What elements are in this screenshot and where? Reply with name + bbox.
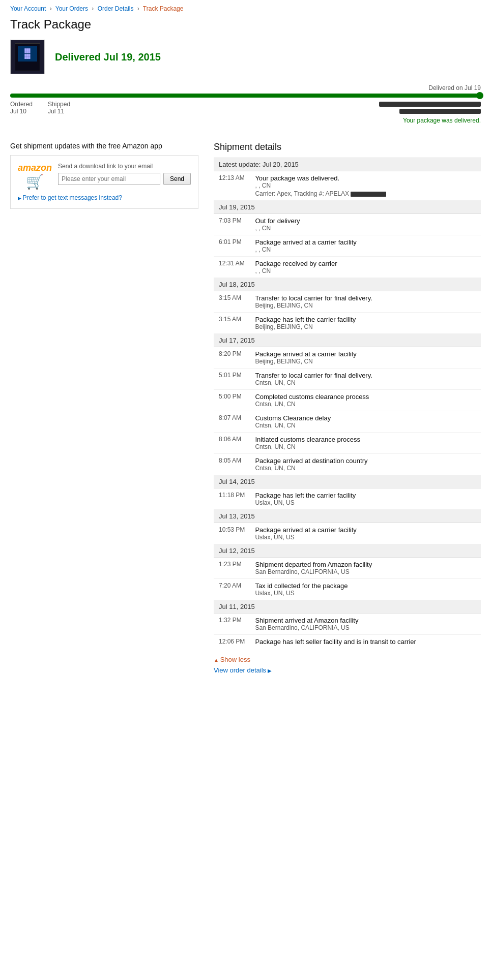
event-col: Initiated customs clearance processCntsn… (250, 433, 481, 454)
breadcrumb-sep-3: › (137, 5, 139, 12)
event-time: 8:20 PM (214, 347, 250, 369)
left-column: Get shipment updates with the free Amazo… (10, 142, 198, 209)
event-col: Package arrived at a carrier facilityBei… (250, 347, 481, 369)
event-description: Package arrived at a carrier facility (255, 526, 476, 534)
event-description: Tax id collected for the package (255, 582, 476, 590)
event-location: San Bernardino, CALIFORNIA, US (255, 568, 476, 575)
event-time: 5:01 PM (214, 369, 250, 390)
shipment-event-row: 5:01 PM Transfer to local carrier for fi… (214, 369, 481, 390)
event-location: , , CN (255, 182, 476, 189)
event-location: Beijing, BEIJING, CN (255, 358, 476, 365)
app-promo-title: Get shipment updates with the free Amazo… (10, 142, 198, 150)
event-time: 12:06 PM (214, 635, 250, 649)
event-description: Package has left seller facility and is … (255, 638, 476, 646)
event-col: Package has left seller facility and is … (250, 635, 481, 649)
shipment-event-row: 12:31 AM Package received by carrier, , … (214, 257, 481, 278)
event-location: Cntsn, UN, CN (255, 401, 476, 408)
event-location: , , CN (255, 246, 476, 253)
promo-send-label: Send a download link to your email (58, 163, 191, 170)
send-button[interactable]: Send (163, 173, 191, 185)
shipment-event-row: 8:20 PM Package arrived at a carrier fac… (214, 347, 481, 369)
shipment-event-row: 1:32 PM Shipment arrived at Amazon facil… (214, 614, 481, 635)
event-time: 6:01 PM (214, 235, 250, 257)
date-header-row: Latest update: Jul 20, 2015 (214, 158, 481, 171)
ordered-label: Ordered Jul 10 (10, 101, 33, 115)
email-input[interactable] (58, 173, 160, 185)
event-location: Uslax, UN, US (255, 499, 476, 506)
event-col: Customs Clearance delayCntsn, UN, CN (250, 411, 481, 433)
progress-label-right: Delivered on Jul 19 (10, 84, 481, 91)
amazon-cart-icon: 🛒 (26, 173, 44, 190)
shipment-event-row: 10:53 PM Package arrived at a carrier fa… (214, 523, 481, 544)
date-header-row: Jul 13, 2015 (214, 510, 481, 523)
date-header-row: Jul 14, 2015 (214, 475, 481, 488)
view-order-details-link[interactable]: View order details (214, 666, 481, 674)
date-header-cell: Jul 13, 2015 (214, 510, 481, 523)
redacted-tracking (351, 192, 386, 197)
event-col: Package received by carrier, , CN (250, 257, 481, 278)
event-description: Package has left the carrier facility (255, 316, 476, 323)
shipment-event-row: 6:01 PM Package arrived at a carrier fac… (214, 235, 481, 257)
event-col: Transfer to local carrier for final deli… (250, 291, 481, 313)
event-col: Package arrived at destination countryCn… (250, 454, 481, 475)
progress-bar-fill (10, 94, 481, 98)
event-description: Package arrived at a carrier facility (255, 350, 476, 358)
event-location: Cntsn, UN, CN (255, 443, 476, 450)
date-header-cell: Jul 12, 2015 (214, 544, 481, 558)
date-header-cell: Jul 19, 2015 (214, 201, 481, 214)
progress-bar-container (10, 94, 481, 98)
breadcrumb: Your Account › Your Orders › Order Detai… (10, 5, 481, 12)
promo-right: Send a download link to your email Send (58, 163, 191, 185)
event-col: Your package was delivered., , CNCarrier… (250, 171, 481, 201)
event-description: Shipment departed from Amazon facility (255, 561, 476, 568)
show-less-link[interactable]: Show less (214, 656, 250, 663)
event-description: Initiated customs clearance process (255, 436, 476, 443)
promo-input-row: Send (58, 173, 191, 185)
shipment-event-row: 8:07 AM Customs Clearance delayCntsn, UN… (214, 411, 481, 433)
redacted-tracking-info (379, 102, 481, 114)
event-description: Package has left the carrier facility (255, 492, 476, 499)
progress-section: Delivered on Jul 19 Ordered Jul 10 Shipp… (10, 84, 481, 124)
event-description: Customs Clearance delay (255, 414, 476, 422)
event-location: Beijing, BEIJING, CN (255, 323, 476, 330)
event-col: Out for delivery, , CN (250, 214, 481, 235)
bottom-links: Show less View order details (214, 656, 481, 674)
event-description: Package arrived at a carrier facility (255, 238, 476, 246)
event-time: 11:18 PM (214, 488, 250, 510)
event-description: Shipment arrived at Amazon facility (255, 617, 476, 624)
progress-left-labels: Ordered Jul 10 Shipped Jul 11 (10, 101, 70, 115)
shipment-event-row: 5:00 PM Completed customs clearance proc… (214, 390, 481, 411)
shipment-event-row: 8:06 AM Initiated customs clearance proc… (214, 433, 481, 454)
shipment-event-row: 1:23 PM Shipment departed from Amazon fa… (214, 558, 481, 579)
date-header-row: Jul 18, 2015 (214, 278, 481, 291)
event-location: Cntsn, UN, CN (255, 465, 476, 472)
breadcrumb-sep-2: › (92, 5, 94, 12)
breadcrumb-current: Track Package (143, 5, 184, 12)
main-content: Get shipment updates with the free Amazo… (10, 142, 481, 674)
event-time: 5:00 PM (214, 390, 250, 411)
event-time: 3:15 AM (214, 313, 250, 334)
shipment-event-row: 8:05 AM Package arrived at destination c… (214, 454, 481, 475)
breadcrumb-orders[interactable]: Your Orders (55, 5, 88, 12)
shipment-title: Shipment details (214, 142, 481, 152)
shipment-table: Latest update: Jul 20, 2015 12:13 AM You… (214, 158, 481, 649)
date-header-cell: Jul 17, 2015 (214, 334, 481, 347)
text-messages-link[interactable]: Prefer to get text messages instead? (18, 194, 191, 201)
event-col: Package has left the carrier facilityBei… (250, 313, 481, 334)
event-location: San Bernardino, CALIFORNIA, US (255, 624, 476, 631)
page-title: Track Package (10, 17, 481, 32)
breadcrumb-account[interactable]: Your Account (10, 5, 46, 12)
app-promo-box: amazon 🛒 Send a download link to your em… (10, 155, 198, 209)
date-header-row: Jul 19, 2015 (214, 201, 481, 214)
delivery-status: Delivered Jul 19, 2015 (55, 51, 161, 63)
event-col: Package arrived at a carrier facilityUsl… (250, 523, 481, 544)
date-header-cell: Latest update: Jul 20, 2015 (214, 158, 481, 171)
amazon-wordmark: amazon (18, 163, 52, 173)
event-time: 8:06 AM (214, 433, 250, 454)
event-time: 10:53 PM (214, 523, 250, 544)
right-column: Shipment details Latest update: Jul 20, … (214, 142, 481, 674)
event-location: , , CN (255, 225, 476, 232)
shipment-event-row: 7:03 PM Out for delivery, , CN (214, 214, 481, 235)
breadcrumb-order-details[interactable]: Order Details (98, 5, 134, 12)
event-description: Out for delivery (255, 217, 476, 225)
